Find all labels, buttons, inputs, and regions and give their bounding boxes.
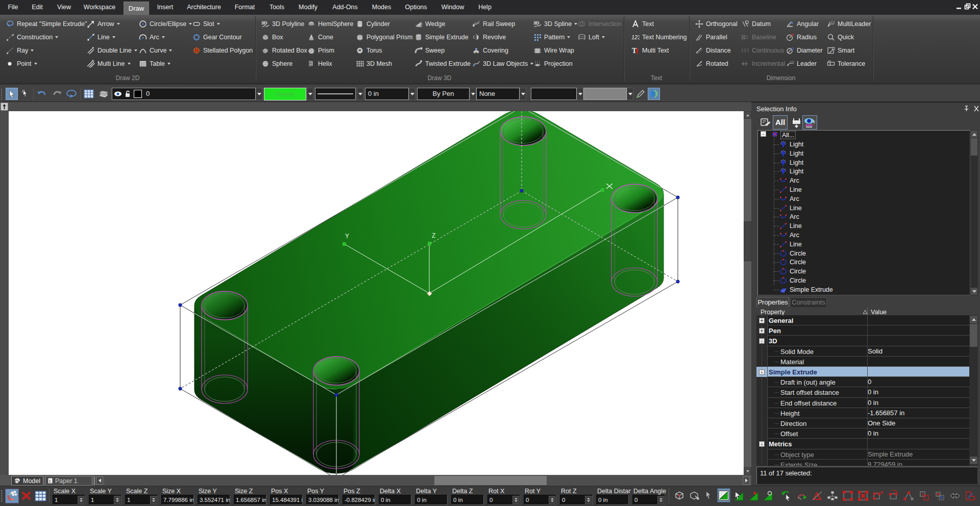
svg-text:T: T: [632, 47, 637, 55]
svg-text:Z: Z: [432, 232, 435, 239]
svg-text:3D: 3D: [261, 20, 267, 26]
svg-text:D: D: [792, 46, 794, 50]
svg-text:1: 1: [49, 479, 52, 484]
svg-text:123: 123: [631, 34, 640, 40]
svg-text:Y: Y: [345, 233, 349, 240]
svg-text:3D: 3D: [533, 20, 540, 26]
svg-text:A: A: [791, 21, 793, 24]
svg-text:R: R: [791, 33, 794, 37]
